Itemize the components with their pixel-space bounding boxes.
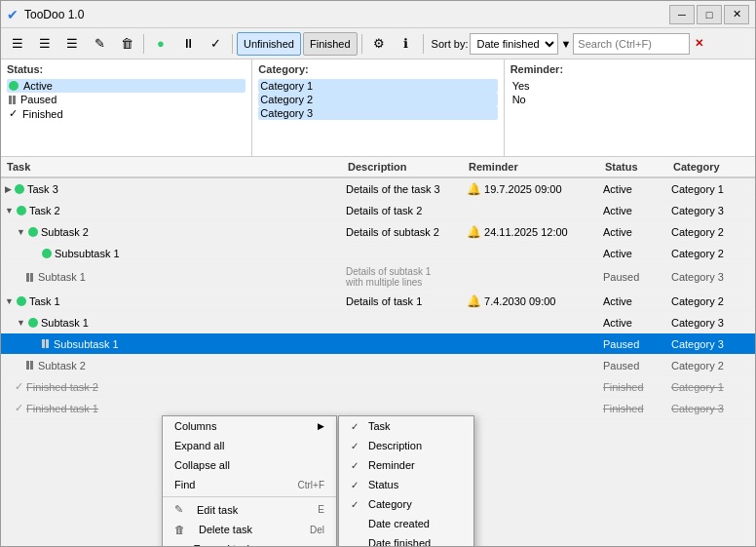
col-label-reminder: Reminder	[368, 459, 415, 471]
table-row[interactable]: ▶ Subsubtask 1 Paused Category 3	[1, 333, 755, 355]
task-status: Paused	[599, 269, 667, 285]
table-row[interactable]: ▶ Subtask 1 Details of subtask 1with mul…	[1, 264, 755, 291]
search-clear-button[interactable]: ✕	[692, 37, 706, 50]
task-status: Active	[599, 203, 667, 218]
ctx-expand-all[interactable]: Expand all	[163, 436, 336, 455]
ctx-edit-key: E	[318, 504, 324, 515]
maximize-button[interactable]: □	[697, 5, 722, 24]
table-row[interactable]: ▼ Task 2 Details of task 2 Active Catego…	[1, 200, 755, 221]
toolbar-info[interactable]: ℹ	[394, 32, 419, 56]
task-status: Paused	[599, 336, 667, 352]
ctx-find[interactable]: Find Ctrl+F	[163, 475, 336, 494]
task-desc	[342, 342, 463, 346]
col-desc[interactable]: Description	[342, 161, 463, 173]
toolbar-indent[interactable]: ☰	[32, 32, 57, 56]
table-row[interactable]: ▶ Task 3 Details of the task 3 🔔 19.7.20…	[1, 178, 755, 200]
filter-finished-btn[interactable]: Finished	[303, 32, 358, 56]
col-item-description[interactable]: ✓ Description	[339, 436, 473, 455]
filter-finished[interactable]: ✓ Finished	[7, 106, 246, 121]
col-item-date-finished[interactable]: ✓ Date finished	[339, 533, 473, 546]
task-name: Subtask 1	[41, 317, 89, 329]
toolbar-edit[interactable]: ✎	[87, 32, 112, 56]
col-reminder[interactable]: Reminder	[463, 161, 599, 173]
toolbar-settings[interactable]: ⚙	[366, 32, 392, 56]
title-bar-controls: ─ □ ✕	[669, 5, 749, 24]
toolbar-delete[interactable]: 🗑	[114, 32, 139, 56]
col-label-date-created: Date created	[368, 518, 430, 529]
search-input[interactable]	[573, 33, 690, 55]
expand-arrow[interactable]: ▼	[17, 318, 25, 328]
filter-cat1[interactable]: Category 1	[258, 79, 497, 93]
col-task[interactable]: Task	[1, 161, 342, 173]
filter-reminder-no[interactable]: No	[510, 93, 749, 106]
edit-icon: ✎	[174, 503, 183, 516]
col-status[interactable]: Status	[599, 161, 667, 173]
close-button[interactable]: ✕	[724, 5, 749, 24]
minimize-button[interactable]: ─	[669, 5, 695, 24]
task-category: Category 2	[667, 293, 755, 309]
ctx-columns[interactable]: Columns	[163, 416, 336, 436]
task-name: Task 2	[29, 205, 60, 216]
toolbar-finish[interactable]: ✓	[203, 32, 228, 56]
bell-icon: 🔔	[467, 294, 481, 308]
expand-arrow[interactable]: ▼	[5, 206, 14, 215]
filter-reminder-yes[interactable]: Yes	[510, 79, 749, 93]
task-name: Task 3	[27, 183, 58, 195]
task-desc	[342, 364, 463, 368]
task-name-cell: ▶ Task 3	[1, 181, 342, 197]
ctx-expand-task-key: +	[319, 544, 324, 547]
task-name-cell: ▼ Subtask 2	[1, 224, 342, 240]
task-category: Category 1	[667, 181, 755, 197]
task-category: Category 1	[667, 379, 755, 395]
filter-active[interactable]: Active	[7, 79, 246, 93]
filter-cat2[interactable]: Category 2	[258, 93, 497, 106]
col-check-reminder: ✓	[351, 460, 362, 471]
ctx-expand-task[interactable]: ↕ Expand task +	[163, 539, 336, 546]
cat3-label: Category 3	[260, 107, 313, 119]
col-item-category[interactable]: ✓ Category	[339, 494, 473, 514]
expand-arrow[interactable]: ▶	[5, 184, 12, 194]
filter-unfinished-btn[interactable]: Unfinished	[237, 32, 301, 56]
toolbar-active[interactable]: ●	[148, 32, 173, 56]
col-item-reminder[interactable]: ✓ Reminder	[339, 455, 473, 475]
reminder-yes-label: Yes	[512, 80, 530, 92]
toolbar-pause[interactable]: ⏸	[175, 32, 201, 56]
table-row[interactable]: ▶ Subtask 2 Paused Category 2	[1, 355, 755, 376]
toolbar-new-list[interactable]: ☰	[5, 32, 30, 56]
ctx-edit[interactable]: ✎ Edit task E	[163, 499, 336, 520]
sort-arrow[interactable]: ▼	[560, 38, 571, 50]
category-label: Category:	[258, 63, 497, 75]
col-category[interactable]: Category	[667, 161, 755, 173]
sort-select[interactable]: Date finished Date created Last updated …	[470, 33, 558, 55]
app-title: TooDoo 1.0	[24, 8, 84, 21]
status-label: Status:	[7, 63, 246, 75]
toolbar-outdent[interactable]: ☰	[59, 32, 85, 56]
col-item-task[interactable]: ✓ Task	[339, 416, 473, 436]
title-bar-left: ✔ TooDoo 1.0	[7, 7, 84, 22]
col-item-status[interactable]: ✓ Status	[339, 475, 473, 494]
cat2-label: Category 2	[260, 94, 313, 105]
table-row[interactable]: ▶ ✓ Finished task 2 Finished Category 1	[1, 376, 755, 398]
filter-cat3[interactable]: Category 3	[258, 106, 497, 120]
toolbar-sep2	[232, 34, 233, 54]
table-row[interactable]: ▼ Subtask 1 Active Category 3	[1, 312, 755, 333]
table-row[interactable]: ▼ Subtask 2 Details of subtask 2 🔔 24.11…	[1, 221, 755, 243]
col-item-date-created[interactable]: ✓ Date created	[339, 514, 473, 533]
toolbar-sep1	[143, 34, 144, 54]
task-status: Active	[599, 246, 667, 261]
filter-paused[interactable]: Paused	[7, 93, 246, 106]
table-row[interactable]: ▼ Task 1 Details of task 1 🔔 7.4.2030 09…	[1, 291, 755, 312]
col-check-category: ✓	[351, 499, 362, 510]
ctx-edit-label: Edit task	[197, 504, 308, 516]
task-reminder	[463, 275, 599, 279]
expand-arrow[interactable]: ▼	[5, 296, 14, 306]
main-content: Status: Active Paused ✓ Finished	[1, 59, 755, 546]
ctx-expand-all-label: Expand all	[174, 440, 324, 451]
expand-arrow[interactable]: ▼	[17, 227, 25, 237]
task-name-cell: ▼ Task 1	[1, 293, 342, 309]
task-desc: Details of the task 3	[342, 181, 463, 197]
ctx-delete[interactable]: 🗑 Delete task Del	[163, 520, 336, 539]
ctx-collapse-all[interactable]: Collapse all	[163, 455, 336, 475]
task-name: Subtask 1	[38, 271, 86, 283]
table-row[interactable]: ▶ Subsubtask 1 Active Category 2	[1, 243, 755, 264]
